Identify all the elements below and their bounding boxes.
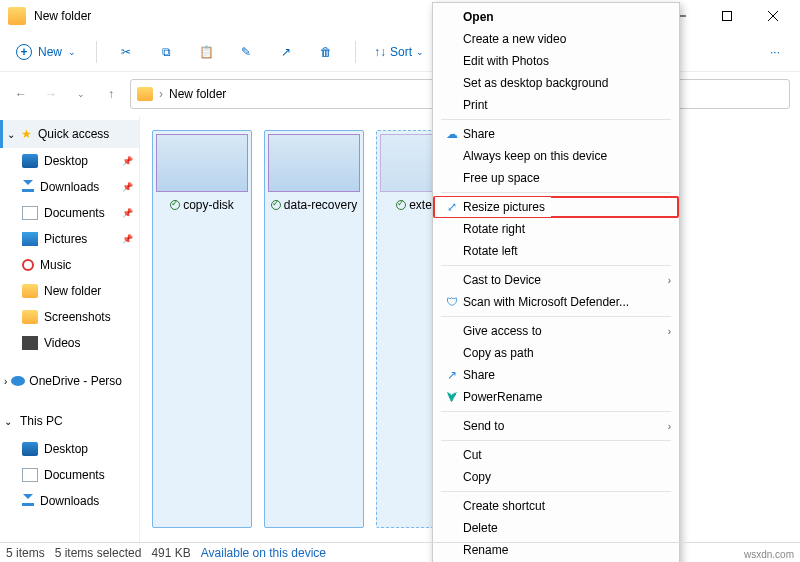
quick-access-header[interactable]: ⌄ ★ Quick access <box>0 120 139 148</box>
maximize-button[interactable] <box>704 1 750 31</box>
document-icon <box>22 468 38 482</box>
address-row: ← → ⌄ ↑ › New folder <box>0 72 800 116</box>
breadcrumb[interactable]: New folder <box>169 87 226 101</box>
context-menu: Open Create a new video Edit with Photos… <box>432 2 680 562</box>
sidebar-item-pictures[interactable]: Pictures📌 <box>0 226 139 252</box>
resize-icon: ⤢ <box>441 200 463 214</box>
sidebar-item-newfolder[interactable]: New folder <box>0 278 139 304</box>
separator <box>441 192 671 193</box>
ctx-powerrename[interactable]: ⮟PowerRename <box>433 386 679 408</box>
sync-icon <box>170 200 180 210</box>
label: This PC <box>20 414 63 428</box>
sort-button[interactable]: ↑↓ Sort ⌄ <box>368 41 430 63</box>
paste-icon[interactable]: 📋 <box>189 38 223 66</box>
thumbnail <box>156 134 248 192</box>
watermark: wsxdn.com <box>744 549 794 560</box>
ctx-copy[interactable]: Copy <box>433 466 679 488</box>
ctx-free-up[interactable]: Free up space <box>433 167 679 189</box>
sidebar-item-documents[interactable]: Documents📌 <box>0 200 139 226</box>
sidebar-item-desktop[interactable]: Desktop📌 <box>0 148 139 174</box>
up-button[interactable]: ↑ <box>100 83 122 105</box>
ctx-share2[interactable]: ↗Share <box>433 364 679 386</box>
pin-icon: 📌 <box>122 208 133 218</box>
ctx-scan[interactable]: 🛡Scan with Microsoft Defender... <box>433 291 679 313</box>
nav-sidebar: ⌄ ★ Quick access Desktop📌 Downloads📌 Doc… <box>0 116 140 542</box>
pc-item-documents[interactable]: Documents <box>0 462 139 488</box>
sidebar-item-downloads[interactable]: Downloads📌 <box>0 174 139 200</box>
chevron-down-icon: ⌄ <box>4 416 12 427</box>
label: Downloads <box>40 494 99 508</box>
ctx-copy-path[interactable]: Copy as path <box>433 342 679 364</box>
ctx-create-video[interactable]: Create a new video <box>433 28 679 50</box>
ctx-cut[interactable]: Cut <box>433 444 679 466</box>
new-button[interactable]: + New ⌄ <box>8 40 84 64</box>
toolbar: + New ⌄ ✂ ⧉ 📋 ✎ ↗ 🗑 ↑↓ Sort ⌄ ··· <box>0 32 800 72</box>
separator <box>441 316 671 317</box>
star-icon: ★ <box>21 127 32 141</box>
quick-access-label: Quick access <box>38 127 109 141</box>
thispc-header[interactable]: ⌄This PC <box>0 406 139 436</box>
status-bar: 5 items 5 items selected 491 KB Availabl… <box>0 542 800 562</box>
ctx-cast[interactable]: Cast to Device› <box>433 269 679 291</box>
chevron-right-icon: › <box>4 376 7 387</box>
ctx-rotate-left[interactable]: Rotate left <box>433 240 679 262</box>
ctx-rotate-right[interactable]: Rotate right <box>433 218 679 240</box>
pc-item-desktop[interactable]: Desktop <box>0 436 139 462</box>
chevron-right-icon: › <box>668 421 671 432</box>
delete-icon[interactable]: 🗑 <box>309 38 343 66</box>
status-size: 491 KB <box>151 546 190 560</box>
file-name: copy-disk <box>183 198 234 212</box>
ctx-always-keep[interactable]: Always keep on this device <box>433 145 679 167</box>
chevron-down-icon: ⌄ <box>68 47 76 57</box>
music-icon <box>22 259 34 271</box>
copy-icon[interactable]: ⧉ <box>149 38 183 66</box>
shield-icon: 🛡 <box>441 295 463 309</box>
label: Desktop <box>44 442 88 456</box>
separator <box>441 411 671 412</box>
status-selected: 5 items selected <box>55 546 142 560</box>
recent-button[interactable]: ⌄ <box>70 83 92 105</box>
close-button[interactable] <box>750 1 796 31</box>
label: Documents <box>44 206 105 220</box>
cut-icon[interactable]: ✂ <box>109 38 143 66</box>
sidebar-item-music[interactable]: Music <box>0 252 139 278</box>
ctx-share[interactable]: ☁Share <box>433 123 679 145</box>
label: Music <box>40 258 71 272</box>
forward-button[interactable]: → <box>40 83 62 105</box>
file-item[interactable]: copy-disk <box>152 130 252 528</box>
chevron-right-icon: › <box>668 326 671 337</box>
ctx-open[interactable]: Open <box>433 6 679 28</box>
ctx-edit-photos[interactable]: Edit with Photos <box>433 50 679 72</box>
back-button[interactable]: ← <box>10 83 32 105</box>
label: OneDrive - Perso <box>29 374 122 388</box>
folder-icon <box>137 87 153 101</box>
ctx-resize-pictures[interactable]: ⤢Resize pictures <box>433 196 679 218</box>
breadcrumb-sep: › <box>159 87 163 101</box>
share-icon: ↗ <box>441 368 463 382</box>
ctx-shortcut[interactable]: Create shortcut <box>433 495 679 517</box>
share-icon[interactable]: ↗ <box>269 38 303 66</box>
rename-icon: ⮟ <box>441 390 463 404</box>
ctx-print[interactable]: Print <box>433 94 679 116</box>
file-item[interactable]: data-recovery <box>264 130 364 528</box>
ctx-give-access[interactable]: Give access to› <box>433 320 679 342</box>
svg-rect-1 <box>723 12 732 21</box>
cloud-icon <box>11 376 25 386</box>
ctx-send-to[interactable]: Send to› <box>433 415 679 437</box>
rename-icon[interactable]: ✎ <box>229 38 263 66</box>
more-button[interactable]: ··· <box>758 38 792 66</box>
plus-icon: + <box>16 44 32 60</box>
sidebar-item-videos[interactable]: Videos <box>0 330 139 356</box>
folder-icon <box>22 310 38 324</box>
sort-label: Sort <box>390 45 412 59</box>
label: Documents <box>44 468 105 482</box>
ctx-delete[interactable]: Delete <box>433 517 679 539</box>
download-icon <box>22 182 34 192</box>
pc-item-downloads[interactable]: Downloads <box>0 488 139 514</box>
separator <box>441 119 671 120</box>
ctx-set-bg[interactable]: Set as desktop background <box>433 72 679 94</box>
chevron-down-icon: ⌄ <box>7 129 15 140</box>
video-icon <box>22 336 38 350</box>
onedrive-header[interactable]: ›OneDrive - Perso <box>0 366 139 396</box>
sidebar-item-screenshots[interactable]: Screenshots <box>0 304 139 330</box>
